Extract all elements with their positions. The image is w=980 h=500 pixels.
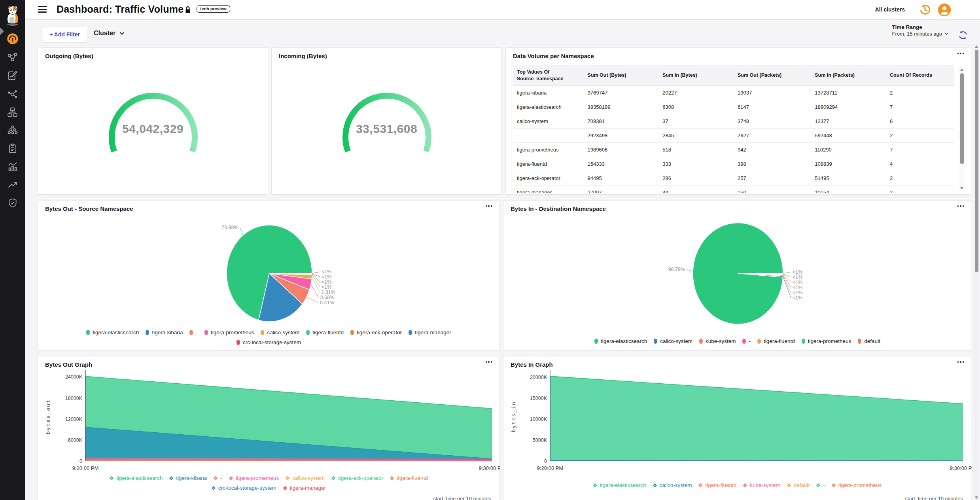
- card-bytes-in-graph: Bytes In Graph 05000K10000K15000K20000K9…: [503, 356, 971, 500]
- clusters-icon: [7, 125, 18, 136]
- pie-percent-label: <1%: [793, 295, 802, 301]
- sidebar-item-flow-visualizations[interactable]: [0, 87, 25, 100]
- user-avatar-icon[interactable]: [937, 3, 952, 19]
- legend-item-tigera-elasticsearch[interactable]: tigera-elasticsearch: [86, 330, 139, 335]
- panel-menu-icon[interactable]: [956, 204, 966, 208]
- pie-percent-label: 5.41%: [320, 300, 334, 305]
- table-scrollbar[interactable]: [959, 67, 965, 191]
- table-column-header[interactable]: Sum Out (Bytes): [584, 72, 659, 79]
- legend-item-kube-system[interactable]: kube-system: [699, 338, 736, 344]
- panel-menu-icon[interactable]: [484, 204, 494, 208]
- cell-value: 37: [658, 118, 734, 124]
- sidebar-item-threat-defense[interactable]: [0, 196, 25, 210]
- legend-item-tigera-elasticsearch[interactable]: tigera-elasticsearch: [594, 338, 647, 344]
- legend-item-tigera-elasticsearch[interactable]: tigera-elasticsearch: [593, 482, 646, 488]
- legend-marker-icon: [86, 330, 90, 335]
- table-column-header[interactable]: Sum In (Packets): [811, 72, 886, 79]
- sidebar-item-network-sets[interactable]: [0, 105, 25, 119]
- sidebar-item-service-graph[interactable]: [0, 51, 25, 64]
- panel-menu-icon[interactable]: [956, 51, 966, 56]
- card-title: Incoming (Bytes): [279, 53, 327, 59]
- table-row[interactable]: -2923498284526275924482: [513, 129, 954, 143]
- legend-item-crc-local-storage-system[interactable]: crc-local-storage-system: [236, 339, 301, 345]
- legend-item-tigera-eck-operator[interactable]: tigera-eck-operator: [331, 475, 383, 481]
- table-column-header[interactable]: Count Of Records: [886, 72, 954, 79]
- legend-item-tigera-fluentd[interactable]: tigera-fluentd: [306, 330, 344, 335]
- legend-item-default[interactable]: default: [857, 338, 880, 344]
- cell-value: 10154: [811, 189, 886, 193]
- chevron-down-icon: [944, 32, 948, 35]
- legend-marker-icon: [109, 476, 114, 481]
- all-clusters-label[interactable]: All clusters: [875, 6, 905, 13]
- legend-item-tigera-kibana[interactable]: tigera-kibana: [169, 475, 207, 481]
- hamburger-menu-icon[interactable]: [38, 6, 47, 13]
- legend-item-kube-system[interactable]: kube-system: [743, 482, 780, 488]
- add-filter-button[interactable]: + Add Filter: [42, 27, 87, 42]
- legend-item-tigera-fluentd[interactable]: tigera-fluentd: [698, 482, 736, 488]
- legend-item-tigera-prometheus[interactable]: tigera-prometheus: [229, 475, 279, 481]
- history-icon[interactable]: [918, 3, 932, 18]
- legend-item-tigera-prometheus[interactable]: tigera-prometheus: [831, 482, 882, 488]
- sidebar-item-compliance-reports[interactable]: [0, 142, 25, 155]
- sidebar-item-trends[interactable]: [0, 178, 25, 191]
- legend-item-crc-local-storage-system[interactable]: crc-local-storage-system: [211, 485, 276, 491]
- table-row[interactable]: tigera-fluentd1543333333981088394: [513, 157, 954, 171]
- table-row[interactable]: calico-system709381373748123776: [513, 114, 954, 129]
- legend-marker-icon: [189, 330, 193, 335]
- legend-item-calico-system[interactable]: calico-system: [285, 475, 325, 481]
- calico-logo[interactable]: [0, 4, 25, 27]
- legend-item-calico-system[interactable]: calico-system: [653, 338, 692, 344]
- legend-item--[interactable]: -: [213, 475, 222, 481]
- sidebar-item-clusters[interactable]: [0, 123, 25, 137]
- table-row[interactable]: tigera-prometheus19896065189421102907: [513, 143, 954, 157]
- table-column-header[interactable]: Sum Out (Packets): [734, 72, 811, 79]
- time-range-control[interactable]: Time Range From: 15 minutes ago: [892, 24, 948, 37]
- legend-marker-icon: [593, 483, 598, 488]
- pie-percent-label: <1%: [793, 280, 802, 285]
- area-band-tigera-elasticsearch[interactable]: [550, 376, 963, 460]
- sidebar-item-dashboard[interactable]: [0, 32, 25, 46]
- legend-item--[interactable]: -: [816, 482, 825, 488]
- legend-label: tigera-kibana: [176, 475, 207, 481]
- legend-item-tigera-fluentd[interactable]: tigera-fluentd: [757, 338, 795, 344]
- sidebar-item-statistics[interactable]: [0, 160, 25, 173]
- table-column-header[interactable]: Top Values Of Source_namespace: [513, 69, 584, 82]
- legend-item-calico-system[interactable]: calico-system: [260, 330, 299, 335]
- pie-slice-tigera-prometheus[interactable]: [738, 273, 783, 274]
- network-sets-icon: [7, 107, 18, 117]
- legend-label: tigera-elasticsearch: [116, 475, 163, 481]
- legend-label: tigera-fluentd: [312, 330, 344, 335]
- legend-item-tigera-eck-operator[interactable]: tigera-eck-operator: [350, 330, 402, 335]
- legend-item-tigera-manager[interactable]: tigera-manager: [408, 330, 451, 335]
- legend-item-calico-system[interactable]: calico-system: [653, 482, 692, 488]
- namespace-table: Top Values Of Source_namespaceSum Out (B…: [513, 65, 954, 193]
- page-scrollbar[interactable]: [974, 44, 979, 500]
- legend-item--[interactable]: -: [189, 330, 198, 335]
- cluster-filter-dropdown[interactable]: Cluster: [94, 30, 125, 37]
- graph-legend-row: tigera-elasticsearchtigera-kibana-tigera…: [38, 475, 499, 481]
- cell-value: 3748: [734, 118, 811, 124]
- panel-menu-icon[interactable]: [956, 360, 966, 364]
- table-row[interactable]: tigera-manager2700744150101542: [513, 186, 954, 193]
- legend-item-tigera-prometheus[interactable]: tigera-prometheus: [801, 338, 851, 344]
- table-column-header[interactable]: Sum In (Bytes): [658, 72, 734, 79]
- legend-marker-icon: [801, 338, 806, 344]
- table-row[interactable]: tigera-eck-operator94495286257514952: [513, 171, 954, 186]
- legend-item-tigera-elasticsearch[interactable]: tigera-elasticsearch: [109, 475, 163, 481]
- table-row[interactable]: tigera-kibana97697472022719037137287112: [513, 86, 954, 100]
- sidebar-item-policies[interactable]: [0, 69, 25, 82]
- tech-preview-badge: tech preview: [197, 5, 230, 13]
- y-axis-tick: 24000K: [65, 374, 83, 380]
- cell-value: 7: [886, 147, 954, 153]
- table-row[interactable]: tigera-elasticsearch38358199630861471890…: [513, 100, 954, 114]
- legend-label: -: [749, 338, 751, 344]
- legend-item-tigera-manager[interactable]: tigera-manager: [283, 485, 326, 491]
- legend-item--[interactable]: -: [742, 338, 751, 344]
- legend-item-tigera-kibana[interactable]: tigera-kibana: [145, 330, 183, 335]
- panel-menu-icon[interactable]: [484, 360, 494, 364]
- legend-item-tigera-fluentd[interactable]: tigera-fluentd: [390, 475, 428, 481]
- refresh-icon[interactable]: [958, 30, 968, 42]
- legend-item-default[interactable]: default: [787, 482, 810, 488]
- legend-item-tigera-prometheus[interactable]: tigera-prometheus: [204, 330, 254, 335]
- flow-viz-icon: [7, 89, 18, 99]
